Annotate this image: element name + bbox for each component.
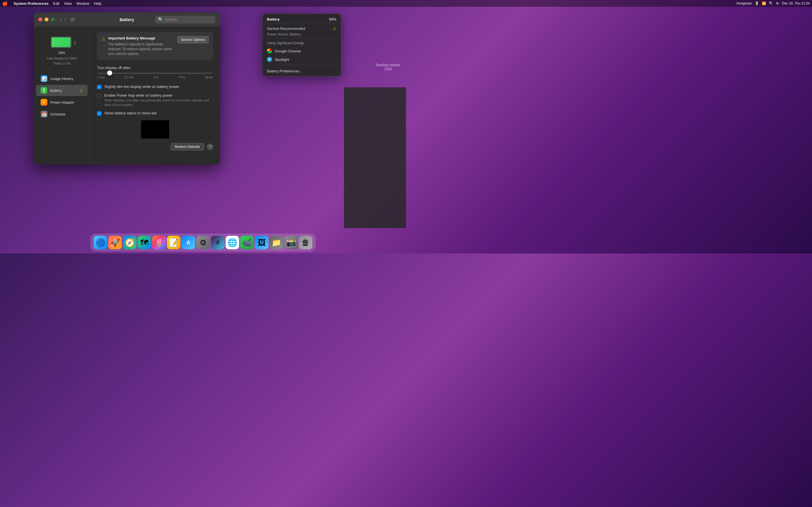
service-recommended-text: Service Recommended [267,26,331,31]
battery-time: Today 21:43 [54,62,70,65]
dock-item-facetime[interactable]: 📹 [240,236,254,249]
search-bar[interactable]: 🔍 [155,16,215,23]
option-show-status[interactable]: Show battery status in menu bar [97,111,213,116]
service-recommended-row: Service Recommended ⚠ [267,26,336,31]
dock-item-slack[interactable]: # [211,236,224,249]
dock-item-finder[interactable]: 🔵 [94,236,107,249]
dock-item-maps[interactable]: 🗺 [138,236,151,249]
window-content: 99% Last charged to 100% Today 21:43 📊 U… [34,26,220,165]
spotlight-label: Spotlight [275,57,289,62]
sidebar-item-schedule[interactable]: 📅 Schedule [36,108,88,120]
sidebar-item-power-adapter[interactable]: ⚡ Power Adapter [36,97,88,108]
chrome-icon [267,48,272,54]
battery-preferences-row[interactable]: Battery Preferences... [262,66,341,76]
chrome-label: Google Chrome [275,49,301,53]
dock-item-launchpad[interactable]: 🚀 [108,236,122,249]
dropdown-title: Battery [267,17,280,21]
service-options-button[interactable]: Service Options [177,36,209,43]
main-content: ⚠ Important Battery Message The battery'… [90,26,220,165]
menu-app-name[interactable]: System Preferences [13,1,49,6]
minimize-button[interactable] [45,17,49,21]
options-section: Slightly dim the display while on batter… [97,84,213,116]
power-adapter-icon: ⚡ [41,99,47,106]
slider-mark-1: 15 min [124,75,134,79]
back-button[interactable]: ‹ [60,17,62,22]
dock-item-appstore[interactable]: A [182,236,195,249]
usage-history-label: Usage History [50,76,73,81]
checkbox-nap-sublabel: While sleeping, your Mac can periodicall… [104,98,213,107]
app-row-spotlight: 🔍 Spotlight [262,55,341,64]
slider-thumb[interactable] [107,70,112,75]
slider-mark-0: 1 min [97,75,105,79]
service-warning-icon: ⚠ [333,26,336,31]
schedule-icon: 📅 [41,111,47,117]
battery-display: 99% Last charged to 100% Today 21:43 [34,31,90,71]
nav-arrows: ‹ › [60,17,66,22]
dock-item-settings[interactable]: ⚙ [196,236,210,249]
close-button[interactable] [38,17,42,21]
window-title: Battery [119,17,134,22]
restore-defaults-button[interactable]: Restore Defaults [170,143,204,151]
menu-bar-left: 🍎 System Preferences Edit View Window He… [2,1,101,6]
slider-labels: 1 min 15 min 1 hr 3 hrs Never [97,75,213,79]
slider-label: Turn display off after: [97,66,213,70]
battery-dropdown: Battery 99% Service Recommended ⚠ Power … [262,13,341,76]
battery-warning-badge: ⚠ [80,88,83,93]
slider-track-container[interactable] [98,73,212,74]
dock-item-trash[interactable]: 🗑 [299,236,312,249]
dock-item-chrome[interactable]: 🌐 [225,236,239,249]
battery-sidebar-icon: 🔋 [41,87,47,94]
option-dim-display[interactable]: Slightly dim the display while on batter… [97,84,213,89]
preview-area [141,120,169,138]
traffic-lights [38,17,55,21]
menu-help[interactable]: Help [94,1,101,6]
dock-item-filemanager[interactable]: 📁 [269,236,283,249]
battery-sidebar-label: Battery [50,89,62,93]
battery-icon-container [51,37,73,49]
maximize-button[interactable] [51,17,55,21]
option-power-nap[interactable]: Enable Power Nap while on battery power … [97,93,213,107]
slider-mark-4: Never [205,75,213,79]
dropdown-divider [262,65,341,65]
menu-view[interactable]: View [64,1,72,6]
bottom-actions: Restore Defaults ? [97,143,213,151]
warning-icon: ⚠ [101,36,105,42]
checkbox-dim-display[interactable] [97,85,101,89]
slider-track [98,73,212,74]
apple-logo-icon[interactable]: 🍎 [2,1,8,6]
sidebar-item-usage-history[interactable]: 📊 Usage History [36,73,88,84]
message-text-area: Important Battery Message The battery's … [108,36,174,56]
dock-item-notes[interactable]: 📝 [167,236,181,249]
dock: 🔵 🚀 🧭 🗺 🌷 📝 A ⚙ # 🌐 📹 🖼 📁 📸 🗑 [91,234,315,251]
checkbox-status-label: Show battery status in menu bar [104,111,213,115]
dock-item-preview[interactable]: 🖼 [255,236,268,249]
slider-mark-2: 1 hr [153,75,159,79]
checkbox-nap-label: Enable Power Nap while on battery power … [104,93,213,107]
app-row-chrome: Google Chrome [262,47,341,55]
menu-window[interactable]: Window [77,1,89,6]
dock-item-photos[interactable]: 🌷 [152,236,166,249]
battery-tip-icon [74,41,75,45]
power-source-text: Power Source: Battery [267,33,336,36]
power-adapter-label: Power Adapter [50,100,74,105]
dock-item-photos2[interactable]: 📸 [284,236,298,249]
desktop: ‹ › ⊞ Battery 🔍 [0,7,406,253]
dropdown-service-section: Service Recommended ⚠ Power Source: Batt… [262,24,341,39]
forward-button[interactable]: › [64,17,66,22]
grid-icon[interactable]: ⊞ [70,16,75,22]
menu-bar: 🍎 System Preferences Edit View Window He… [0,0,406,7]
dock-item-safari[interactable]: 🧭 [123,236,137,249]
important-message-box: ⚠ Important Battery Message The battery'… [97,32,213,60]
help-button[interactable]: ? [207,144,213,150]
checkbox-nap-title: Enable Power Nap while on battery power [104,93,213,98]
sidebar: 99% Last charged to 100% Today 21:43 📊 U… [34,26,90,165]
menu-edit[interactable]: Edit [53,1,59,6]
sidebar-item-battery[interactable]: 🔋 Battery ⚠ [36,85,88,96]
checkbox-power-nap[interactable] [97,94,101,98]
folder-name: Desktop mentés [376,63,400,67]
search-input[interactable] [165,17,213,22]
checkbox-show-status[interactable] [97,111,101,116]
spotlight-icon: 🔍 [267,57,272,62]
folder-year: 2024 [376,67,400,71]
dark-panel [344,87,406,228]
